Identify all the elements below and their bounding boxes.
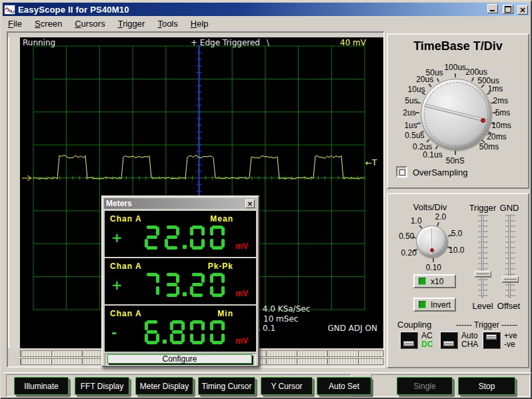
dial-label-20ms: 20ms — [487, 132, 506, 141]
dial-label-10.0: 10.0 — [449, 246, 464, 255]
menu-file[interactable]: File — [4, 18, 26, 29]
coupling-switch[interactable]: AC DC — [400, 332, 433, 349]
stop-button[interactable]: Stop — [458, 377, 515, 395]
meter-sign: + — [111, 277, 123, 293]
coupling-switch-body[interactable] — [400, 332, 418, 349]
meter-channel-label: Chan A — [110, 309, 142, 318]
meter-value-display — [142, 273, 227, 297]
trigger-slope-switch-body[interactable] — [483, 332, 501, 349]
meter-measure-label: Min — [217, 309, 233, 318]
title-bar[interactable]: EasyScope II for PS40M10 × — [3, 3, 529, 16]
dial-tick — [455, 73, 456, 77]
trigger-slider-groove — [481, 215, 483, 298]
meter-sign: - — [111, 324, 117, 340]
timebase-knob[interactable] — [421, 79, 491, 149]
maximize-icon — [505, 6, 511, 13]
configure-button[interactable]: Configure — [107, 354, 252, 364]
dial-label-50us: 50us — [426, 68, 443, 77]
menu-trigger[interactable]: Trigger — [114, 18, 149, 29]
gnd-adj-readout: GND ADJ ON — [299, 324, 377, 333]
bottom-toolbar: Illuminate FFT Display Meter Display Tim… — [3, 372, 531, 399]
invert-led-icon — [419, 301, 426, 308]
timing-cursor-button[interactable]: Timing Cursor — [198, 377, 255, 395]
trigger-status-text: + Edge Triggered — [191, 38, 260, 47]
close-button[interactable]: × — [517, 5, 528, 15]
dial-label-50ms: 50ms — [479, 142, 499, 151]
meter-unit-label: mV — [235, 289, 248, 298]
maximize-button[interactable] — [503, 5, 513, 14]
single-button[interactable]: Single — [397, 377, 453, 395]
minimize-button[interactable] — [487, 4, 498, 13]
meter-row-min: Chan A Min - mV — [105, 306, 256, 352]
coupling-switch-lever[interactable] — [403, 341, 414, 346]
oversampling-checkbox-mark — [399, 169, 405, 175]
auto-set-button[interactable]: Auto Set — [317, 377, 371, 395]
dial-label-0.10: 0.10 — [426, 263, 441, 272]
minimize-icon — [490, 10, 495, 11]
trigger-source-switch[interactable]: Auto CHA — [440, 332, 478, 349]
menu-tools[interactable]: Tools — [153, 18, 181, 29]
gnd-slider-groove — [509, 215, 511, 298]
volts-div-knob-indicator — [430, 248, 434, 252]
fft-display-button[interactable]: FFT Display — [75, 377, 129, 395]
illuminate-button[interactable]: Illuminate — [14, 377, 69, 395]
oversampling-checkbox[interactable] — [396, 166, 407, 177]
dial-label-0.1us: 0.1us — [423, 150, 442, 159]
dial-label-0.50: 0.50 — [399, 232, 414, 241]
x10-button[interactable]: x10 — [413, 274, 456, 288]
meter-row-mean: Chan A Mean + mV — [105, 211, 256, 257]
meter-channel-label: Chan A — [110, 214, 142, 224]
dial-label-2.0: 2.0 — [435, 212, 447, 222]
app-icon — [4, 5, 15, 15]
volts-per-div-readout: 40 mV — [340, 38, 366, 47]
dial-label-10us: 10us — [408, 85, 425, 94]
timebase-panel: TimeBase T/Div 100us200us500us1ms2ms5ms1… — [387, 33, 529, 189]
menu-help[interactable]: Help — [187, 18, 213, 29]
dial-label-5us: 5us — [405, 96, 417, 105]
app-window: EasyScope II for PS40M10 × File Screen C… — [0, 0, 532, 399]
offset-label: Offset — [493, 301, 524, 311]
vertical-position-slider[interactable] — [8, 37, 19, 348]
meter-row-pkpk: Chan A Pk-Pk + mV — [105, 258, 256, 304]
timebase-knob-indicator — [481, 118, 485, 123]
trigger-slope-switch[interactable]: +ve -ve — [483, 332, 517, 349]
meter-display-button[interactable]: Meter Display — [135, 377, 193, 395]
menu-cursors[interactable]: Cursors — [71, 18, 109, 29]
trigger-level-slider[interactable] — [478, 215, 488, 298]
dial-tick — [437, 222, 439, 226]
timebase-dial: 100us200us500us1ms2ms5ms10ms20ms50ms50nS… — [388, 35, 528, 187]
dial-label-1.0: 1.0 — [411, 216, 422, 226]
dial-label-0.2us: 0.2us — [413, 142, 432, 151]
invert-label: Invert — [431, 300, 451, 310]
trigger-status: + Edge Triggered\ — [170, 38, 290, 47]
dial-label-0.20: 0.20 — [401, 248, 416, 258]
meters-close-button[interactable]: × — [245, 200, 255, 208]
trigger-source-switch-lever[interactable] — [443, 341, 454, 346]
dc-label: DC — [421, 340, 433, 349]
trigger-slider-label: Trigger — [465, 203, 500, 213]
dial-tick — [432, 258, 433, 262]
dial-label-1ms: 1ms — [488, 84, 503, 93]
window-title: EasyScope II for PS40M10 — [18, 5, 486, 15]
gnd-offset-slider[interactable] — [505, 215, 515, 298]
meters-dialog-titlebar[interactable]: Meters × — [104, 198, 257, 209]
acquisition-status: Running — [23, 38, 55, 47]
meter-measure-label: Mean — [210, 214, 233, 224]
dial-tick — [437, 77, 440, 81]
dial-label-5.0: 5.0 — [451, 229, 463, 238]
trigger-slope-switch-lever[interactable] — [486, 334, 497, 340]
timebase-readout: 10 mSec — [263, 314, 298, 324]
trigger-slope-icon: \ — [267, 38, 269, 47]
oversampling-label: OverSampling — [413, 167, 467, 177]
invert-button[interactable]: Invert — [413, 298, 456, 312]
trigger-source-switch-body[interactable] — [440, 332, 458, 349]
trigger-group-label: ------ Trigger ------ — [447, 320, 527, 330]
cha-label: CHA — [461, 340, 478, 349]
y-cursor-button[interactable]: Y Cursor — [261, 377, 313, 395]
gnd-offset-slider-handle[interactable] — [502, 276, 519, 282]
meter-unit-label: mV — [235, 336, 248, 346]
trigger-level-slider-handle[interactable] — [475, 271, 491, 277]
dial-label-2us: 2us — [403, 108, 415, 117]
meters-dialog: Meters × Chan A Mean + mV Chan A Pk-Pk +… — [101, 195, 259, 367]
menu-screen[interactable]: Screen — [31, 18, 66, 29]
